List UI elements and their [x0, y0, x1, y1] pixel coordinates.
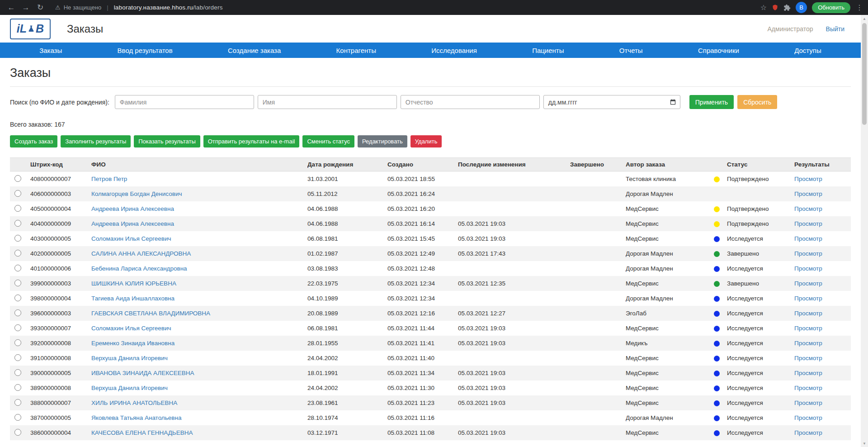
order-patient-link[interactable]: Бебенина Лариса Александровна — [91, 265, 187, 272]
order-view-link[interactable]: Просмотр — [794, 414, 822, 421]
order-view-link[interactable]: Просмотр — [794, 235, 822, 242]
nav-item-directories[interactable]: Справочники — [698, 47, 739, 54]
create-order-button[interactable]: Создать заказ — [10, 135, 57, 147]
order-view-link[interactable]: Просмотр — [794, 429, 822, 436]
order-patient-link[interactable]: ШИШКИНА ЮЛИЯ ЮРЬЕВНА — [91, 280, 176, 287]
order-patient-link[interactable]: Андреева Ирина Алексеевна — [91, 205, 174, 212]
order-patient-link[interactable]: Соломахин Илья Сергеевич — [91, 235, 171, 242]
send-results-email-button[interactable]: Отправить результаты на e-mail — [203, 135, 300, 147]
reset-filter-button[interactable]: Сбросить — [737, 95, 777, 109]
logout-link[interactable]: Выйти — [826, 25, 844, 33]
order-view-link[interactable]: Просмотр — [794, 176, 822, 182]
order-view-link[interactable]: Просмотр — [794, 399, 822, 406]
order-patient-link[interactable]: САЛИНА АННА АЛЕКСАНДРОВНА — [91, 250, 191, 257]
apply-filter-button[interactable]: Применить — [689, 95, 734, 109]
adblock-extension-icon[interactable] — [772, 4, 778, 11]
order-select-radio[interactable] — [14, 369, 21, 376]
order-select-radio[interactable] — [14, 354, 21, 361]
nav-item-reports[interactable]: Отчеты — [619, 47, 643, 54]
order-select-radio[interactable] — [14, 205, 21, 212]
calendar-icon[interactable] — [670, 99, 676, 105]
order-view-link[interactable]: Просмотр — [794, 280, 822, 287]
order-view-link[interactable]: Просмотр — [794, 295, 822, 302]
order-view-link[interactable]: Просмотр — [794, 370, 822, 376]
order-select-radio[interactable] — [14, 429, 21, 436]
order-select-radio[interactable] — [14, 384, 21, 391]
order-view-link[interactable]: Просмотр — [794, 220, 822, 227]
order-patient-link[interactable]: Яковлева Татьяна Анатольевна — [91, 414, 181, 421]
forward-icon[interactable]: → — [19, 1, 33, 14]
order-patient-link[interactable]: Тагиева Аида Иншаллаховна — [91, 295, 175, 302]
edit-order-button[interactable]: Редактировать — [358, 135, 407, 147]
scrollbar-down-arrow[interactable]: ▼ — [861, 440, 868, 447]
order-patient-link[interactable]: Еременко Зинаида Ивановна — [91, 340, 175, 347]
scrollbar-up-arrow[interactable]: ▲ — [861, 15, 868, 22]
nav-item-access[interactable]: Доступы — [794, 47, 821, 54]
change-status-button[interactable]: Сменить статус — [302, 135, 354, 147]
browser-profile-avatar[interactable]: B — [796, 2, 807, 13]
order-patient-link[interactable]: Колмагорцев Богдан Денисович — [91, 190, 182, 197]
table-row: 393000000007 Соломахин Илья Сергеевич 06… — [10, 321, 851, 336]
order-view-link[interactable]: Просмотр — [794, 205, 822, 212]
delete-order-button[interactable]: Удалить — [410, 135, 442, 147]
extensions-puzzle-icon[interactable] — [783, 4, 791, 11]
nav-item-patients[interactable]: Пациенты — [532, 47, 564, 54]
nav-item-result-entry[interactable]: Ввод результатов — [118, 47, 173, 54]
order-patient-link[interactable]: Соломахин Илья Сергеевич — [91, 325, 171, 332]
order-view-link[interactable]: Просмотр — [794, 340, 822, 347]
order-patient-link[interactable]: Андреева Ирина Алексеевна — [91, 220, 174, 227]
nav-item-contractors[interactable]: Контрагенты — [336, 47, 376, 54]
show-results-button[interactable]: Показать результаты — [134, 135, 200, 147]
order-select-radio[interactable] — [14, 399, 21, 406]
order-view-link[interactable]: Просмотр — [794, 265, 822, 272]
order-view-link[interactable]: Просмотр — [794, 385, 822, 391]
order-view-link[interactable]: Просмотр — [794, 250, 822, 257]
order-select-radio[interactable] — [14, 324, 21, 331]
browser-update-button[interactable]: Обновить — [812, 2, 850, 13]
order-patient-link[interactable]: Петров Петр — [91, 176, 127, 182]
back-icon[interactable]: ← — [5, 1, 18, 14]
order-view-link[interactable]: Просмотр — [794, 325, 822, 332]
site-security-chip[interactable]: ⚠ Не защищено — [55, 4, 101, 11]
order-select-radio[interactable] — [14, 339, 21, 346]
order-select-radio[interactable] — [14, 220, 21, 227]
bookmark-star-icon[interactable]: ☆ — [760, 3, 767, 12]
order-view-link[interactable]: Просмотр — [794, 355, 822, 361]
order-patient-link[interactable]: Верхуша Данила Игоревич — [91, 385, 168, 391]
order-view-link[interactable]: Просмотр — [794, 310, 822, 317]
order-select-radio[interactable] — [14, 309, 21, 316]
browser-menu-icon[interactable]: ⋮ — [855, 3, 863, 12]
lastname-input[interactable] — [115, 95, 254, 109]
order-select-radio[interactable] — [14, 280, 21, 286]
order-select-radio[interactable] — [14, 190, 21, 197]
order-status-dot-cell — [708, 340, 727, 347]
scrollbar-thumb[interactable] — [862, 23, 867, 125]
address-bar[interactable]: laboratory.название.hhos.ru /lab/orders — [114, 4, 753, 11]
refresh-icon[interactable]: ↻ — [33, 1, 47, 14]
table-row: 386000000004 КАЧЕСОВА ЕЛЕНА ГЕННАДЬЕВНА … — [10, 425, 851, 440]
ilab-logo[interactable]: iL B — [10, 19, 51, 39]
order-patient-link[interactable]: Верхуша Данила Игоревич — [91, 355, 168, 361]
firstname-input[interactable] — [258, 95, 397, 109]
order-patient-link[interactable]: ИВАНОВА ЗИНАИДА АЛЕКСЕЕВНА — [91, 370, 194, 376]
nav-item-order-creation[interactable]: Создание заказа — [228, 47, 281, 54]
page-viewport: iL B Заказы Администратор Выйти Заказы В… — [0, 15, 861, 440]
order-select-radio[interactable] — [14, 235, 21, 242]
order-select-radio[interactable] — [14, 414, 21, 421]
order-patient-link[interactable]: ГАЕВСКАЯ СВЕТЛАНА ВЛАДИМИРОВНА — [91, 310, 210, 317]
fill-results-button[interactable]: Заполнить результаты — [61, 135, 131, 147]
order-patient-link[interactable]: КАЧЕСОВА ЕЛЕНА ГЕННАДЬЕВНА — [91, 429, 193, 436]
order-select-radio[interactable] — [14, 265, 21, 271]
order-select-radio[interactable] — [14, 175, 21, 182]
order-select-radio[interactable] — [14, 295, 21, 301]
nav-item-research[interactable]: Исследования — [431, 47, 477, 54]
url-path: /lab/orders — [193, 4, 223, 11]
table-row: 404000000009 Андреева Ирина Алексеевна 0… — [10, 216, 851, 231]
order-view-link[interactable]: Просмотр — [794, 190, 822, 197]
order-select-radio[interactable] — [14, 250, 21, 257]
birthdate-input[interactable]: дд.мм.гггг — [543, 95, 680, 109]
nav-item-orders[interactable]: Заказы — [39, 47, 62, 54]
order-patient-link[interactable]: ХИЛЬ ИРИНА АНАТОЛЬЕВНА — [91, 399, 177, 406]
middlename-input[interactable] — [401, 95, 540, 109]
order-barcode: 401000000006 — [30, 265, 91, 272]
